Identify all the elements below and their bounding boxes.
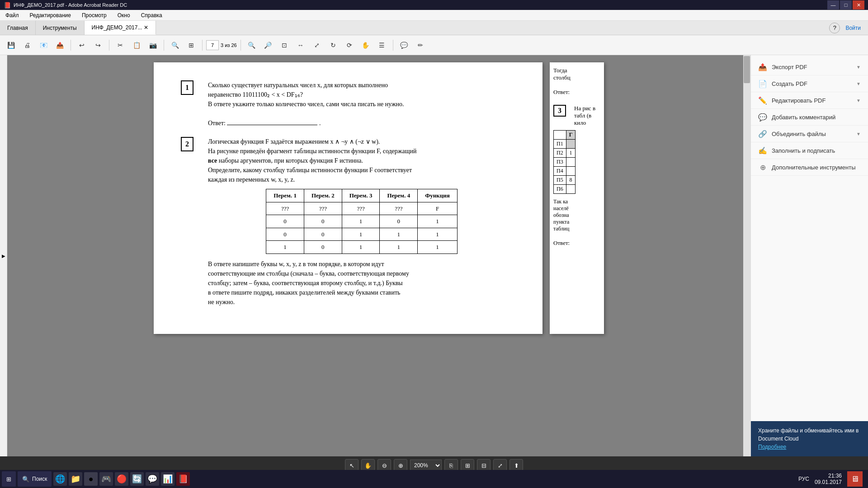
vertical-scrollbar[interactable] — [743, 55, 750, 456]
undo-button[interactable]: ↩ — [75, 38, 89, 52]
sidebar-tool-create-pdf-label: Создать PDF — [772, 80, 807, 87]
sidebar-tool-edit-pdf-label: Редактировать PDF — [772, 97, 826, 104]
pan-button[interactable]: ✋ — [359, 38, 373, 52]
col-header-3: Перем. 3 — [342, 189, 380, 202]
sidebar-tool-create-pdf[interactable]: 📄 Создать PDF ▼ — [751, 75, 868, 92]
col-header-4: Перем. 4 — [380, 189, 418, 202]
tab-right-actions: ? Войти — [822, 21, 868, 35]
table-row: П6 — [554, 185, 576, 194]
st-r5c2: 8 — [566, 176, 576, 185]
r2c3: 1 — [342, 228, 380, 241]
table-row: П4 — [554, 167, 576, 176]
table-row: 1 0 1 1 1 — [266, 241, 458, 254]
login-button[interactable]: Войти — [845, 25, 861, 31]
cloud-promo-link[interactable]: Подробнее — [758, 444, 786, 450]
q2-number: 2 — [181, 137, 193, 151]
menu-view[interactable]: Просмотр — [80, 11, 108, 19]
page-number-input[interactable] — [206, 40, 219, 50]
copy-button[interactable]: 📋 — [129, 38, 144, 52]
taskbar-ppt-icon[interactable]: 📊 — [161, 472, 175, 486]
taskbar-chrome-icon[interactable]: ● — [84, 472, 98, 486]
q3-number: 3 — [553, 105, 566, 117]
taskbar-skype-icon[interactable]: 💬 — [146, 472, 159, 486]
menu-help[interactable]: Справка — [139, 11, 164, 19]
sidebar-cloud-promo: Храните файлы и обменивайтесь ими в Docu… — [751, 421, 868, 456]
pdf-pages-container: 1 Сколько существует натуральных чисел x… — [154, 62, 604, 334]
taskbar-app2-icon[interactable]: 🔴 — [115, 472, 128, 486]
st-r6c1: П6 — [554, 185, 566, 194]
pen-button[interactable]: ✏ — [413, 38, 428, 52]
toolbar-sep-4 — [202, 40, 203, 51]
col-header-1: Перем. 1 — [266, 189, 304, 202]
cut-button[interactable]: ✂ — [113, 38, 127, 52]
tab-doc[interactable]: ИНФ_ДЕМО_2017... ✕ — [85, 21, 156, 35]
pdf-area[interactable]: 1 Сколько существует натуральных чисел x… — [7, 55, 750, 456]
start-button[interactable]: ⊞ — [2, 471, 16, 487]
r2c1: 0 — [266, 228, 304, 241]
r1c3: 1 — [342, 215, 380, 228]
tab-home[interactable]: Главная — [0, 21, 36, 35]
sidebar-tool-comment[interactable]: 💬 Добавить комментарий — [751, 109, 868, 126]
full-screen-button[interactable]: ⤢ — [310, 38, 324, 52]
truth-table: Перем. 1 Перем. 2 Перем. 3 Перем. 4 Функ… — [266, 189, 458, 254]
email-button[interactable]: 📧 — [36, 38, 51, 52]
sidebar-tool-export-pdf[interactable]: 📤 Экспорт PDF ▼ — [751, 59, 868, 75]
fit-width-button[interactable]: ↔ — [293, 38, 308, 52]
search-button[interactable]: 🔍 — [168, 38, 182, 52]
zoom-in-button[interactable]: 🔎 — [261, 38, 275, 52]
maximize-button[interactable]: □ — [840, 0, 852, 9]
question-2-block: 2 Логическая функция F задаётся выражени… — [181, 137, 515, 307]
snapshot-button[interactable]: 📷 — [146, 38, 160, 52]
print-button[interactable]: 🖨 — [20, 38, 34, 52]
rotate-button[interactable]: ↻ — [326, 38, 340, 52]
r3c1: 1 — [266, 241, 304, 254]
st-r4c2 — [566, 167, 576, 176]
menu-file[interactable]: Файл — [4, 11, 21, 19]
sidebar-tool-edit-pdf[interactable]: ✏️ Редактировать PDF ▼ — [751, 92, 868, 109]
tab-tools[interactable]: Инструменты — [36, 21, 85, 35]
q2-line5: каждая из переменных w, x, y, z. — [208, 175, 515, 184]
taskbar-app3-icon[interactable]: 🔄 — [130, 472, 144, 486]
minimize-button[interactable]: — — [827, 0, 839, 9]
left-nav-arrow[interactable]: ▶ — [0, 55, 7, 456]
fit-page-button[interactable]: ⊡ — [277, 38, 292, 52]
list-view-button[interactable]: ☰ — [375, 38, 389, 52]
taskbar-edge-icon[interactable]: 🌐 — [53, 472, 67, 486]
col-header-5: Функция — [418, 189, 458, 202]
title-bar-left: 📕 ИНФ_ДЕМО_2017.pdf - Adobe Acrobat Read… — [4, 2, 127, 9]
sidebar-tool-more[interactable]: ⊕ Дополнительные инструменты — [751, 159, 868, 176]
create-pdf-icon: 📄 — [758, 79, 767, 88]
edit-pdf-chevron: ▼ — [856, 98, 861, 103]
toolbar-sep-6 — [393, 40, 393, 51]
taskbar-date: 09.01.2017 — [815, 479, 842, 485]
combine-button[interactable]: ⊞ — [184, 38, 198, 52]
question-1-block: 1 Сколько существует натуральных чисел x… — [181, 80, 515, 128]
close-button[interactable]: ✕ — [853, 0, 864, 9]
toolbar: 💾 🖨 📧 📤 ↩ ↪ ✂ 📋 📷 🔍 ⊞ 3 из 26 🔍 🔎 ⊡ ↔ ⤢ … — [0, 35, 868, 55]
redo-button[interactable]: ↪ — [91, 38, 105, 52]
q2-answer-text: В ответе напишите буквы w, x, y, z в том… — [208, 259, 515, 307]
show-desktop-button[interactable]: 🖥 — [847, 471, 863, 487]
st-r2c2: 1 — [566, 149, 576, 158]
zoom-out-button[interactable]: 🔍 — [245, 38, 259, 52]
taskbar-folder-icon[interactable]: 📁 — [69, 472, 82, 486]
search-button-taskbar[interactable]: 🔍 Поиск — [18, 471, 52, 487]
right-answer2: Ответ: — [553, 239, 600, 247]
taskbar-acrobat-icon[interactable]: 📕 — [176, 472, 190, 486]
save-button[interactable]: 💾 — [4, 38, 18, 52]
comment-button[interactable]: 💬 — [397, 38, 411, 52]
r3c4: 1 — [380, 241, 418, 254]
cloud-promo-text: Храните файлы и обменивайтесь ими в Docu… — [758, 427, 859, 442]
share-button[interactable]: 📤 — [52, 38, 67, 52]
st-r3c2 — [566, 158, 576, 167]
page-input-group: 3 из 26 — [206, 40, 237, 50]
help-icon[interactable]: ? — [829, 23, 840, 33]
sidebar-tool-combine[interactable]: 🔗 Объединить файлы ▼ — [751, 126, 868, 142]
sidebar-tool-sign[interactable]: ✍️ Заполнить и подписать — [751, 142, 868, 159]
menu-window[interactable]: Окно — [116, 11, 132, 19]
menu-edit[interactable]: Редактирование — [28, 11, 73, 19]
title-bar: 📕 ИНФ_ДЕМО_2017.pdf - Adobe Acrobat Read… — [0, 0, 868, 10]
tab-tools-label: Инструменты — [43, 25, 77, 31]
loop-button[interactable]: ⟳ — [342, 38, 357, 52]
taskbar-app1-icon[interactable]: 🎮 — [99, 472, 113, 486]
